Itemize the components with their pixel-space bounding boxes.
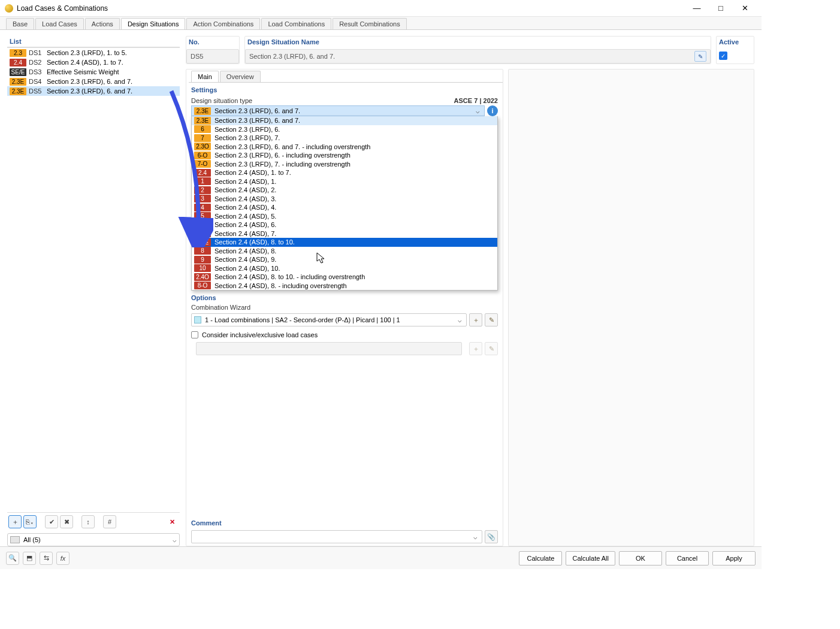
footer-tool-2[interactable]: ⬒: [23, 552, 36, 565]
consider-checkbox[interactable]: [191, 331, 198, 338]
type-option[interactable]: 2.4Section 2.4 (ASD), 1. to 7.: [192, 168, 497, 177]
titlebar: Load Cases & Combinations — □ ✕: [0, 0, 762, 17]
app-icon: [5, 4, 13, 13]
combo-wizard-value: 1 - Load combinations | SA2 - Second-ord…: [205, 316, 400, 323]
type-label: Design situation type: [186, 96, 257, 105]
type-option[interactable]: 6Section 2.4 (ASD), 6.: [192, 220, 497, 229]
list-item[interactable]: 2.3EDS5Section 2.3 (LRFD), 6. and 7.: [7, 86, 180, 96]
type-option[interactable]: 9Section 2.4 (ASD), 9.: [192, 255, 497, 264]
delete-button[interactable]: ✕: [165, 515, 179, 528]
type-option[interactable]: 2Section 2.4 (ASD), 2.: [192, 186, 497, 195]
sort-button[interactable]: ↕: [81, 515, 95, 528]
preview-panel: [508, 69, 754, 546]
selected-badge: 2.3E: [194, 107, 211, 115]
new-button[interactable]: ＋: [8, 515, 22, 528]
type-option[interactable]: 2.3OSection 2.3 (LRFD), 6. and 7. - incl…: [192, 143, 497, 152]
combo-new-button[interactable]: ＋: [469, 313, 482, 326]
footer-bar: 🔍 ⬒ ⇆ fx CalculateCalculate AllOKCancelA…: [0, 546, 762, 569]
apply-button[interactable]: Apply: [712, 551, 756, 566]
type-option[interactable]: 7Section 2.3 (LRFD), 7.: [192, 134, 497, 143]
options-title: Options: [186, 291, 503, 303]
footer-tool-4[interactable]: fx: [56, 552, 70, 565]
type-option[interactable]: 2.4ESection 2.4 (ASD), 8. to 10.: [192, 238, 497, 247]
inclusive-exclusive-dropdown: [196, 342, 462, 355]
type-option[interactable]: 10Section 2.4 (ASD), 10.: [192, 264, 497, 273]
close-button[interactable]: ✕: [733, 1, 757, 16]
inner-tab-bar: MainOverview: [189, 69, 503, 83]
tab-load-combinations[interactable]: Load Combinations: [261, 18, 331, 29]
type-value: Section 2.3 (LRFD), 6. and 7.: [214, 107, 300, 114]
tab-result-combinations[interactable]: Result Combinations: [333, 18, 407, 29]
type-option[interactable]: 6Section 2.3 (LRFD), 6.: [192, 125, 497, 134]
combo-swatch-icon: [194, 316, 201, 323]
list-toolbar: ＋ ⎘▾ ✔ ✖ ↕ # ✕: [7, 512, 180, 531]
no-label: No.: [186, 37, 239, 49]
type-dropdown-list[interactable]: 2.3ESection 2.3 (LRFD), 6. and 7.6Sectio…: [191, 116, 498, 291]
chevron-down-icon: ⌵: [173, 536, 177, 544]
minimize-button[interactable]: —: [685, 1, 709, 16]
info-icon[interactable]: i: [487, 105, 498, 116]
type-option[interactable]: 2.4OSection 2.4 (ASD), 8. to 10. - inclu…: [192, 273, 497, 282]
tab-load-cases[interactable]: Load Cases: [35, 18, 84, 29]
comment-label: Comment: [191, 516, 498, 529]
cancel-button[interactable]: Cancel: [666, 551, 709, 566]
maximize-button[interactable]: □: [709, 1, 733, 16]
calculate-button[interactable]: Calculate: [519, 551, 562, 566]
list-item[interactable]: SE/EDS3Effective Seismic Weight: [7, 67, 180, 77]
calculate-all-button[interactable]: Calculate All: [566, 551, 615, 566]
type-option[interactable]: 3Section 2.4 (ASD), 3.: [192, 195, 497, 204]
combo-edit-button[interactable]: ✎: [485, 313, 498, 326]
list-item[interactable]: 2.3DS1Section 2.3 (LRFD), 1. to 5.: [7, 48, 180, 58]
type-option[interactable]: 7Section 2.4 (ASD), 7.: [192, 229, 497, 238]
type-option[interactable]: 4Section 2.4 (ASD), 4.: [192, 203, 497, 212]
tab-actions[interactable]: Actions: [85, 18, 120, 29]
chevron-down-icon: ⌵: [455, 316, 464, 324]
name-field[interactable]: Section 2.3 (LRFD), 6. and 7. ✎: [245, 49, 711, 63]
inner-tab-overview[interactable]: Overview: [220, 71, 261, 82]
main-tab-bar: BaseLoad CasesActionsDesign SituationsAc…: [0, 17, 762, 30]
consider-label: Consider inclusive/exclusive load cases: [202, 331, 318, 338]
tab-design-situations[interactable]: Design Situations: [121, 18, 186, 29]
renumber-button[interactable]: #: [103, 515, 116, 528]
name-label: Design Situation Name: [245, 37, 711, 49]
active-checkbox[interactable]: ✓: [719, 52, 727, 60]
type-option[interactable]: 1Section 2.4 (ASD), 1.: [192, 177, 497, 186]
active-label: Active: [717, 37, 754, 49]
design-situations-list[interactable]: 2.3DS1Section 2.3 (LRFD), 1. to 5.2.4DS2…: [7, 47, 180, 512]
chevron-down-icon: ⌵: [473, 107, 482, 115]
filter-value: All (5): [23, 536, 41, 543]
check-button[interactable]: ✔: [45, 515, 58, 528]
chevron-down-icon: ⌵: [471, 533, 479, 541]
duplicate-button[interactable]: ⎘▾: [23, 515, 37, 528]
type-option[interactable]: 8Section 2.4 (ASD), 8.: [192, 247, 497, 256]
list-header: List: [7, 36, 180, 47]
footer-tool-1[interactable]: 🔍: [6, 552, 19, 565]
uncheck-button[interactable]: ✖: [60, 515, 73, 528]
type-dropdown[interactable]: 2.3E Section 2.3 (LRFD), 6. and 7. ⌵: [191, 105, 485, 116]
filter-dropdown[interactable]: All (5) ⌵: [7, 533, 180, 546]
ok-button[interactable]: OK: [619, 551, 662, 566]
edit-name-icon[interactable]: ✎: [694, 51, 706, 62]
list-item[interactable]: 2.4DS2Section 2.4 (ASD), 1. to 7.: [7, 58, 180, 67]
type-option[interactable]: 5Section 2.4 (ASD), 5.: [192, 212, 497, 221]
list-item[interactable]: 2.3EDS4Section 2.3 (LRFD), 6. and 7.: [7, 77, 180, 86]
standard-label: ASCE 7 | 2022: [449, 96, 503, 105]
settings-title: Settings: [186, 83, 503, 96]
window-title: Load Cases & Combinations: [17, 4, 685, 13]
footer-tool-3[interactable]: ⇆: [40, 552, 53, 565]
type-option[interactable]: 7-OSection 2.3 (LRFD), 7. - including ov…: [192, 160, 497, 169]
no-field: DS5: [186, 49, 239, 63]
type-option[interactable]: 6-OSection 2.3 (LRFD), 6. - including ov…: [192, 151, 497, 160]
combo-wizard-label: Combination Wizard: [186, 303, 503, 312]
comment-attach-button[interactable]: 📎: [485, 530, 498, 543]
incl-new-button: ＋: [469, 342, 482, 355]
type-option[interactable]: 2.3ESection 2.3 (LRFD), 6. and 7.: [192, 116, 497, 125]
tab-base[interactable]: Base: [6, 18, 34, 29]
filter-swatch-icon: [10, 536, 20, 543]
inner-tab-main[interactable]: Main: [191, 71, 219, 82]
tab-action-combinations[interactable]: Action Combinations: [186, 18, 260, 29]
type-option[interactable]: 8-OSection 2.4 (ASD), 8. - including ove…: [192, 282, 497, 291]
incl-edit-button: ✎: [485, 342, 498, 355]
combo-wizard-dropdown[interactable]: 1 - Load combinations | SA2 - Second-ord…: [191, 313, 467, 326]
comment-input[interactable]: ⌵: [191, 530, 482, 543]
